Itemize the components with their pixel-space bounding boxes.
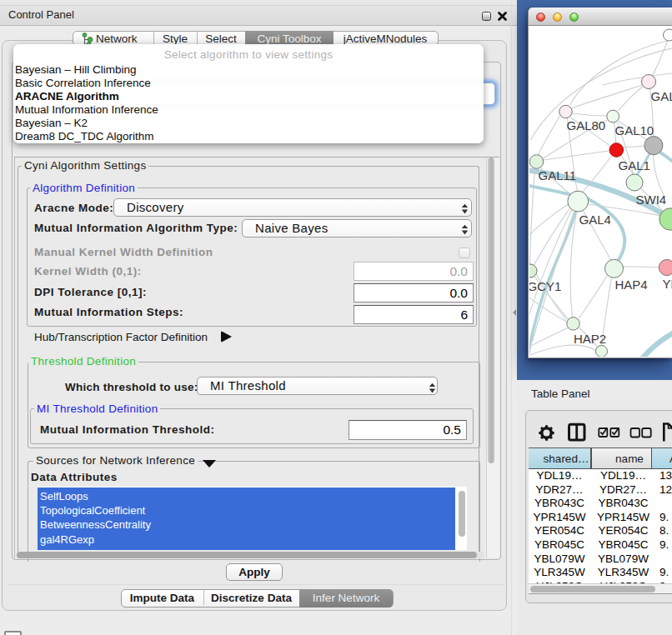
svg-text:SWI4: SWI4 bbox=[635, 192, 666, 207]
svg-text:GAL4: GAL4 bbox=[579, 212, 610, 227]
svg-text:GCY1: GCY1 bbox=[529, 279, 561, 293]
svg-text:GAL2: GAL2 bbox=[650, 89, 672, 103]
svg-text:HAP2: HAP2 bbox=[574, 332, 606, 346]
svg-text:YEL: YEL bbox=[662, 277, 672, 291]
svg-text:GAL1: GAL1 bbox=[618, 158, 649, 172]
svg-text:GAL80: GAL80 bbox=[566, 118, 605, 132]
svg-text:HAP4: HAP4 bbox=[614, 278, 647, 292]
svg-text:GAL11: GAL11 bbox=[538, 168, 576, 182]
svg-text:GAL10: GAL10 bbox=[614, 123, 654, 138]
